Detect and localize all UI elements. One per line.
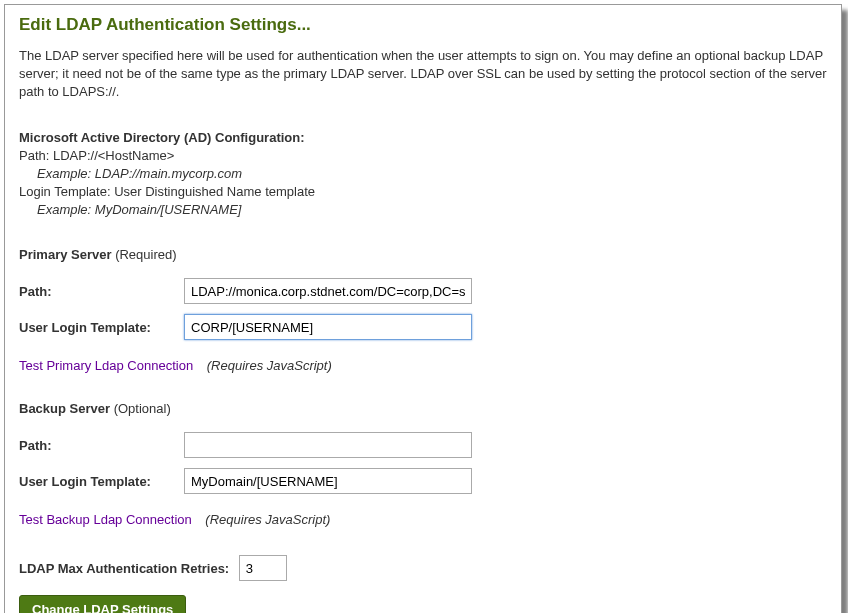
ad-path-line: Path: LDAP://<HostName> xyxy=(19,147,827,165)
primary-heading-text: Primary Server xyxy=(19,247,112,262)
intro-text: The LDAP server specified here will be u… xyxy=(19,47,827,102)
backup-login-label: User Login Template: xyxy=(19,468,184,494)
ad-path-example: Example: LDAP://main.mycorp.com xyxy=(37,165,827,183)
retries-input[interactable] xyxy=(239,555,287,581)
primary-login-label: User Login Template: xyxy=(19,314,184,340)
ad-login-example: Example: MyDomain/[USERNAME] xyxy=(37,201,827,219)
change-ldap-settings-button[interactable]: Change LDAP Settings xyxy=(19,595,186,613)
test-backup-link[interactable]: Test Backup Ldap Connection xyxy=(19,512,192,527)
dialog-title: Edit LDAP Authentication Settings... xyxy=(19,15,827,35)
primary-form: Path: User Login Template: xyxy=(19,268,472,350)
primary-path-input[interactable] xyxy=(184,278,472,304)
primary-server-heading: Primary Server (Required) xyxy=(19,247,827,262)
backup-js-note: (Requires JavaScript) xyxy=(205,512,330,527)
primary-login-input[interactable] xyxy=(184,314,472,340)
retries-label: LDAP Max Authentication Retries: xyxy=(19,561,229,576)
primary-path-label: Path: xyxy=(19,278,184,304)
ad-login-line: Login Template: User Distinguished Name … xyxy=(19,183,827,201)
ad-config-heading: Microsoft Active Directory (AD) Configur… xyxy=(19,130,827,145)
backup-form: Path: User Login Template: xyxy=(19,422,472,504)
ldap-settings-panel: Edit LDAP Authentication Settings... The… xyxy=(4,4,842,613)
backup-path-label: Path: xyxy=(19,432,184,458)
backup-optional-note: (Optional) xyxy=(110,401,171,416)
backup-heading-text: Backup Server xyxy=(19,401,110,416)
test-primary-link[interactable]: Test Primary Ldap Connection xyxy=(19,358,193,373)
primary-js-note: (Requires JavaScript) xyxy=(207,358,332,373)
backup-login-input[interactable] xyxy=(184,468,472,494)
backup-path-input[interactable] xyxy=(184,432,472,458)
backup-server-heading: Backup Server (Optional) xyxy=(19,401,827,416)
primary-required-note: (Required) xyxy=(112,247,177,262)
